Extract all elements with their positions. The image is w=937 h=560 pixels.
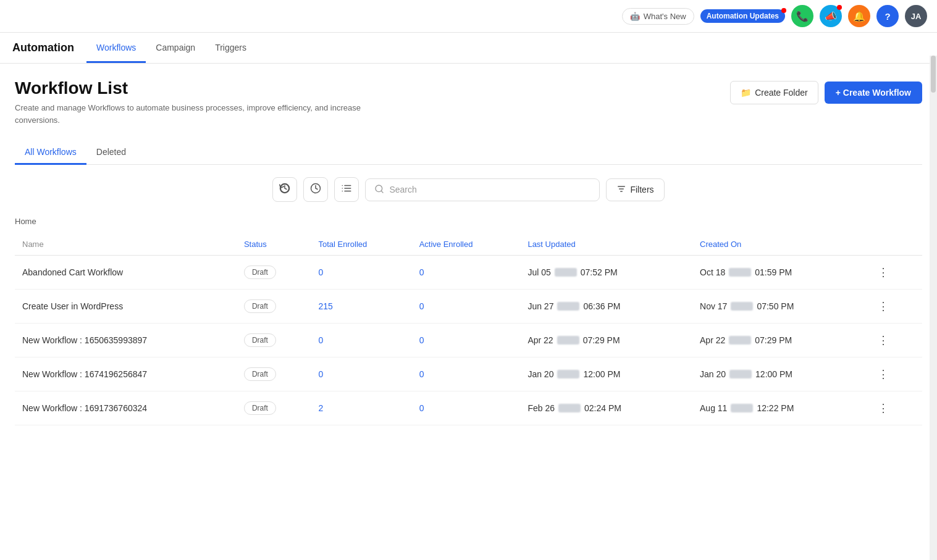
table-row: New Workflow : 1691736760324 Draft 2 0 F… — [15, 391, 922, 425]
cell-status: Draft — [237, 324, 311, 357]
cell-name: Abandoned Cart Workflow — [15, 256, 237, 290]
cell-active-enrolled[interactable]: 0 — [412, 357, 521, 391]
nav-tab-triggers[interactable]: Triggers — [205, 34, 256, 63]
phone-icon: 📞 — [796, 10, 809, 22]
recents-icon — [279, 183, 290, 196]
cell-status: Draft — [237, 290, 311, 324]
cell-last-updated: Apr 22 07:29 PM — [520, 324, 692, 357]
filters-button[interactable]: Filters — [606, 178, 664, 201]
notification-dot — [837, 5, 842, 10]
phone-icon-button[interactable]: 📞 — [791, 5, 813, 27]
cell-status: Draft — [237, 357, 311, 391]
create-folder-button[interactable]: 📁 Create Folder — [730, 81, 818, 104]
workflow-table: Name Status Total Enrolled Active Enroll… — [15, 233, 922, 425]
help-icon: ? — [884, 11, 890, 22]
automation-updates-badge[interactable]: Automation Updates — [700, 9, 785, 23]
whats-new-icon: 🤖 — [630, 12, 640, 21]
cell-total-enrolled[interactable]: 0 — [311, 357, 412, 391]
col-status: Status — [237, 233, 311, 256]
cell-total-enrolled[interactable]: 0 — [311, 256, 412, 290]
cell-total-enrolled[interactable]: 0 — [311, 324, 412, 357]
page-title: Workflow List — [15, 78, 361, 98]
help-icon-button[interactable]: ? — [876, 5, 899, 27]
scrollbar[interactable] — [930, 56, 937, 560]
col-last-updated: Last Updated — [520, 233, 692, 256]
page-header-text: Workflow List Create and manage Workflow… — [15, 78, 361, 126]
cell-last-updated: Jul 05 07:52 PM — [520, 256, 692, 290]
table-header-row: Name Status Total Enrolled Active Enroll… — [15, 233, 922, 256]
cell-created-on: Aug 11 12:22 PM — [692, 391, 865, 425]
col-created-on: Created On — [692, 233, 865, 256]
tab-deleted[interactable]: Deleted — [86, 141, 136, 165]
user-avatar[interactable]: JA — [905, 5, 927, 27]
scrollbar-thumb[interactable] — [931, 56, 936, 93]
cell-last-updated: Feb 26 02:24 PM — [520, 391, 692, 425]
megaphone-icon: 📣 — [825, 10, 837, 22]
whats-new-label: What's New — [644, 12, 686, 21]
cell-more-actions[interactable]: ⋮ — [865, 256, 922, 290]
more-options-button[interactable]: ⋮ — [873, 298, 894, 315]
view-list-button[interactable] — [334, 177, 359, 202]
more-options-button[interactable]: ⋮ — [873, 264, 894, 281]
cell-active-enrolled[interactable]: 0 — [412, 290, 521, 324]
cell-active-enrolled[interactable]: 0 — [412, 391, 521, 425]
bell-icon: 🔔 — [853, 10, 865, 22]
view-history-button[interactable] — [303, 177, 328, 202]
table-row: New Workflow : 1674196256847 Draft 0 0 J… — [15, 357, 922, 391]
col-active-enrolled: Active Enrolled — [412, 233, 521, 256]
history-icon — [310, 183, 321, 196]
nav-tab-campaign[interactable]: Campaign — [146, 34, 205, 63]
cell-name: New Workflow : 1650635993897 — [15, 324, 237, 357]
page-header: Workflow List Create and manage Workflow… — [15, 78, 922, 126]
svg-line-9 — [382, 191, 384, 193]
col-actions — [865, 233, 922, 256]
more-options-button[interactable]: ⋮ — [873, 332, 894, 349]
cell-active-enrolled[interactable]: 0 — [412, 256, 521, 290]
cell-last-updated: Jun 27 06:36 PM — [520, 290, 692, 324]
workflow-tabs: All Workflows Deleted — [15, 141, 922, 165]
search-input[interactable] — [389, 185, 590, 194]
cell-total-enrolled[interactable]: 2 — [311, 391, 412, 425]
nav-brand: Automation — [12, 33, 74, 63]
toolbar: Filters — [15, 177, 922, 202]
table-row: Abandoned Cart Workflow Draft 0 0 Jul 05… — [15, 256, 922, 290]
whats-new-button[interactable]: 🤖 What's New — [622, 8, 694, 25]
cell-name: New Workflow : 1691736760324 — [15, 391, 237, 425]
more-options-button[interactable]: ⋮ — [873, 399, 894, 417]
cell-active-enrolled[interactable]: 0 — [412, 324, 521, 357]
table-row: New Workflow : 1650635993897 Draft 0 0 A… — [15, 324, 922, 357]
list-icon — [341, 183, 352, 196]
cell-name: Create User in WordPress — [15, 290, 237, 324]
cell-created-on: Nov 17 07:50 PM — [692, 290, 865, 324]
breadcrumb: Home — [15, 214, 922, 228]
cell-created-on: Jan 20 12:00 PM — [692, 357, 865, 391]
cell-more-actions[interactable]: ⋮ — [865, 357, 922, 391]
filters-icon — [616, 184, 626, 196]
cell-total-enrolled[interactable]: 215 — [311, 290, 412, 324]
folder-icon: 📁 — [741, 88, 751, 98]
cell-created-on: Apr 22 07:29 PM — [692, 324, 865, 357]
page-subtitle: Create and manage Workflows to automate … — [15, 102, 361, 126]
view-recents-button[interactable] — [272, 177, 297, 202]
megaphone-icon-button[interactable]: 📣 — [820, 5, 842, 27]
more-options-button[interactable]: ⋮ — [873, 366, 894, 383]
header-actions: 📁 Create Folder + Create Workflow — [730, 81, 922, 104]
col-total-enrolled: Total Enrolled — [311, 233, 412, 256]
search-box[interactable] — [365, 178, 600, 201]
nav-tab-workflows[interactable]: Workflows — [86, 34, 146, 63]
red-dot-indicator — [781, 8, 786, 13]
top-bar: 🤖 What's New Automation Updates 📞 📣 🔔 ? … — [0, 0, 937, 33]
table-row: Create User in WordPress Draft 215 0 Jun… — [15, 290, 922, 324]
nav-bar: Automation Workflows Campaign Triggers — [0, 33, 937, 64]
bell-icon-button[interactable]: 🔔 — [848, 5, 870, 27]
search-icon — [374, 184, 384, 196]
cell-status: Draft — [237, 391, 311, 425]
cell-more-actions[interactable]: ⋮ — [865, 391, 922, 425]
page-content: Workflow List Create and manage Workflow… — [0, 64, 937, 560]
cell-name: New Workflow : 1674196256847 — [15, 357, 237, 391]
create-workflow-button[interactable]: + Create Workflow — [825, 81, 922, 104]
cell-more-actions[interactable]: ⋮ — [865, 290, 922, 324]
cell-created-on: Oct 18 01:59 PM — [692, 256, 865, 290]
tab-all-workflows[interactable]: All Workflows — [15, 141, 86, 165]
cell-more-actions[interactable]: ⋮ — [865, 324, 922, 357]
